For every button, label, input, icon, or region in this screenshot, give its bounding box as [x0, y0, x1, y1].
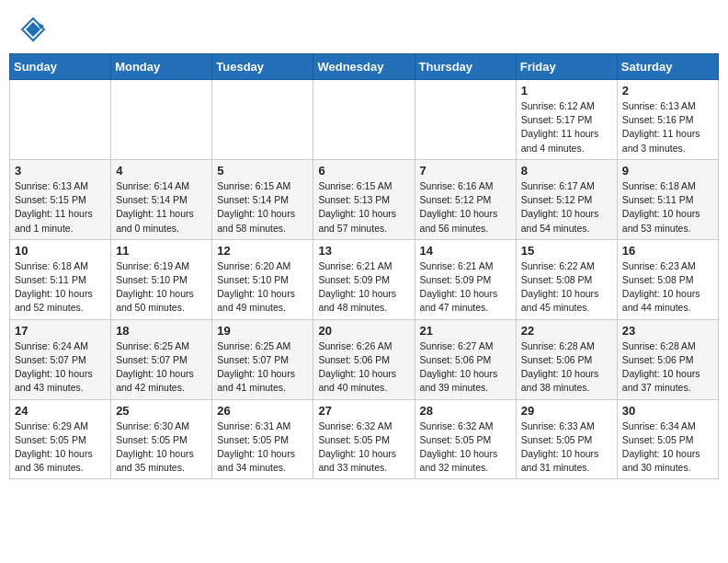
page-header [9, 9, 719, 46]
day-info: Sunrise: 6:21 AM Sunset: 5:09 PM Dayligh… [318, 259, 409, 316]
calendar-cell: 22Sunrise: 6:28 AM Sunset: 5:06 PM Dayli… [516, 319, 617, 399]
day-number: 3 [15, 164, 106, 178]
day-number: 5 [217, 164, 308, 178]
day-number: 10 [15, 244, 106, 258]
calendar-header-tuesday: Tuesday [212, 54, 313, 80]
day-number: 12 [217, 244, 308, 258]
calendar-cell: 24Sunrise: 6:29 AM Sunset: 5:05 PM Dayli… [10, 399, 111, 479]
calendar-cell: 26Sunrise: 6:31 AM Sunset: 5:05 PM Dayli… [212, 399, 313, 479]
day-info: Sunrise: 6:13 AM Sunset: 5:15 PM Dayligh… [15, 179, 106, 236]
calendar-cell: 11Sunrise: 6:19 AM Sunset: 5:10 PM Dayli… [111, 239, 212, 319]
day-number: 30 [622, 404, 713, 418]
calendar-header-sunday: Sunday [10, 54, 111, 80]
day-info: Sunrise: 6:18 AM Sunset: 5:11 PM Dayligh… [622, 179, 713, 236]
day-info: Sunrise: 6:33 AM Sunset: 5:05 PM Dayligh… [521, 419, 612, 476]
calendar-cell: 2Sunrise: 6:13 AM Sunset: 5:16 PM Daylig… [617, 80, 718, 160]
day-info: Sunrise: 6:34 AM Sunset: 5:05 PM Dayligh… [622, 419, 713, 476]
calendar-header-saturday: Saturday [617, 54, 718, 80]
day-number: 20 [318, 324, 409, 338]
logo-icon [20, 17, 46, 42]
day-number: 25 [116, 404, 207, 418]
day-info: Sunrise: 6:23 AM Sunset: 5:08 PM Dayligh… [622, 259, 713, 316]
day-info: Sunrise: 6:13 AM Sunset: 5:16 PM Dayligh… [622, 99, 713, 155]
logo [18, 17, 46, 42]
day-number: 11 [116, 244, 207, 258]
calendar-cell [415, 80, 516, 160]
calendar-cell: 19Sunrise: 6:25 AM Sunset: 5:07 PM Dayli… [212, 319, 313, 399]
calendar-cell [212, 80, 313, 160]
day-info: Sunrise: 6:29 AM Sunset: 5:05 PM Dayligh… [15, 419, 106, 476]
day-info: Sunrise: 6:22 AM Sunset: 5:08 PM Dayligh… [521, 259, 612, 316]
day-info: Sunrise: 6:21 AM Sunset: 5:09 PM Dayligh… [420, 259, 511, 316]
day-info: Sunrise: 6:27 AM Sunset: 5:06 PM Dayligh… [420, 339, 511, 396]
day-number: 18 [116, 324, 207, 338]
calendar-week-row: 3Sunrise: 6:13 AM Sunset: 5:15 PM Daylig… [10, 159, 719, 239]
day-number: 15 [521, 244, 612, 258]
day-number: 28 [420, 404, 511, 418]
calendar-cell: 18Sunrise: 6:25 AM Sunset: 5:07 PM Dayli… [111, 319, 212, 399]
calendar-cell: 29Sunrise: 6:33 AM Sunset: 5:05 PM Dayli… [516, 399, 617, 479]
calendar-cell: 6Sunrise: 6:15 AM Sunset: 5:13 PM Daylig… [313, 159, 415, 239]
calendar-header-row: SundayMondayTuesdayWednesdayThursdayFrid… [10, 54, 719, 80]
calendar-week-row: 24Sunrise: 6:29 AM Sunset: 5:05 PM Dayli… [10, 399, 719, 479]
day-info: Sunrise: 6:28 AM Sunset: 5:06 PM Dayligh… [521, 339, 612, 396]
day-number: 27 [318, 404, 409, 418]
calendar-week-row: 10Sunrise: 6:18 AM Sunset: 5:11 PM Dayli… [10, 239, 719, 319]
calendar-cell: 10Sunrise: 6:18 AM Sunset: 5:11 PM Dayli… [10, 239, 111, 319]
day-info: Sunrise: 6:19 AM Sunset: 5:10 PM Dayligh… [116, 259, 207, 316]
calendar-cell: 13Sunrise: 6:21 AM Sunset: 5:09 PM Dayli… [313, 239, 415, 319]
calendar-cell: 5Sunrise: 6:15 AM Sunset: 5:14 PM Daylig… [212, 159, 313, 239]
day-number: 8 [521, 164, 612, 178]
calendar-header-friday: Friday [516, 54, 617, 80]
day-info: Sunrise: 6:24 AM Sunset: 5:07 PM Dayligh… [15, 339, 106, 396]
calendar-cell: 20Sunrise: 6:26 AM Sunset: 5:06 PM Dayli… [313, 319, 415, 399]
day-info: Sunrise: 6:18 AM Sunset: 5:11 PM Dayligh… [15, 259, 106, 316]
calendar-cell: 28Sunrise: 6:32 AM Sunset: 5:05 PM Dayli… [415, 399, 516, 479]
calendar-cell: 23Sunrise: 6:28 AM Sunset: 5:06 PM Dayli… [617, 319, 718, 399]
calendar-cell [111, 80, 212, 160]
day-number: 7 [420, 164, 511, 178]
day-info: Sunrise: 6:20 AM Sunset: 5:10 PM Dayligh… [217, 259, 308, 316]
day-info: Sunrise: 6:31 AM Sunset: 5:05 PM Dayligh… [217, 419, 308, 476]
calendar-header-wednesday: Wednesday [313, 54, 415, 80]
day-info: Sunrise: 6:15 AM Sunset: 5:14 PM Dayligh… [217, 179, 308, 236]
day-number: 19 [217, 324, 308, 338]
day-number: 2 [622, 84, 713, 98]
day-info: Sunrise: 6:14 AM Sunset: 5:14 PM Dayligh… [116, 179, 207, 236]
calendar-cell: 21Sunrise: 6:27 AM Sunset: 5:06 PM Dayli… [415, 319, 516, 399]
day-number: 24 [15, 404, 106, 418]
day-info: Sunrise: 6:15 AM Sunset: 5:13 PM Dayligh… [318, 179, 409, 236]
calendar-cell: 4Sunrise: 6:14 AM Sunset: 5:14 PM Daylig… [111, 159, 212, 239]
calendar-table: SundayMondayTuesdayWednesdayThursdayFrid… [9, 53, 719, 479]
day-info: Sunrise: 6:25 AM Sunset: 5:07 PM Dayligh… [116, 339, 207, 396]
calendar-cell: 12Sunrise: 6:20 AM Sunset: 5:10 PM Dayli… [212, 239, 313, 319]
calendar-cell [313, 80, 415, 160]
day-number: 21 [420, 324, 511, 338]
day-info: Sunrise: 6:17 AM Sunset: 5:12 PM Dayligh… [521, 179, 612, 236]
calendar-cell: 16Sunrise: 6:23 AM Sunset: 5:08 PM Dayli… [617, 239, 718, 319]
day-number: 26 [217, 404, 308, 418]
calendar-cell: 17Sunrise: 6:24 AM Sunset: 5:07 PM Dayli… [10, 319, 111, 399]
day-number: 6 [318, 164, 409, 178]
calendar-cell: 15Sunrise: 6:22 AM Sunset: 5:08 PM Dayli… [516, 239, 617, 319]
calendar-cell: 25Sunrise: 6:30 AM Sunset: 5:05 PM Dayli… [111, 399, 212, 479]
calendar-week-row: 17Sunrise: 6:24 AM Sunset: 5:07 PM Dayli… [10, 319, 719, 399]
day-info: Sunrise: 6:28 AM Sunset: 5:06 PM Dayligh… [622, 339, 713, 396]
day-info: Sunrise: 6:16 AM Sunset: 5:12 PM Dayligh… [420, 179, 511, 236]
day-info: Sunrise: 6:12 AM Sunset: 5:17 PM Dayligh… [521, 99, 612, 155]
day-number: 14 [420, 244, 511, 258]
calendar-cell: 9Sunrise: 6:18 AM Sunset: 5:11 PM Daylig… [617, 159, 718, 239]
day-number: 17 [15, 324, 106, 338]
calendar-cell: 27Sunrise: 6:32 AM Sunset: 5:05 PM Dayli… [313, 399, 415, 479]
day-number: 9 [622, 164, 713, 178]
calendar-header-thursday: Thursday [415, 54, 516, 80]
day-number: 29 [521, 404, 612, 418]
calendar-cell: 3Sunrise: 6:13 AM Sunset: 5:15 PM Daylig… [10, 159, 111, 239]
day-number: 23 [622, 324, 713, 338]
day-info: Sunrise: 6:32 AM Sunset: 5:05 PM Dayligh… [318, 419, 409, 476]
day-number: 1 [521, 84, 612, 98]
calendar-cell: 1Sunrise: 6:12 AM Sunset: 5:17 PM Daylig… [516, 80, 617, 160]
day-info: Sunrise: 6:30 AM Sunset: 5:05 PM Dayligh… [116, 419, 207, 476]
calendar-cell: 8Sunrise: 6:17 AM Sunset: 5:12 PM Daylig… [516, 159, 617, 239]
calendar-cell: 14Sunrise: 6:21 AM Sunset: 5:09 PM Dayli… [415, 239, 516, 319]
